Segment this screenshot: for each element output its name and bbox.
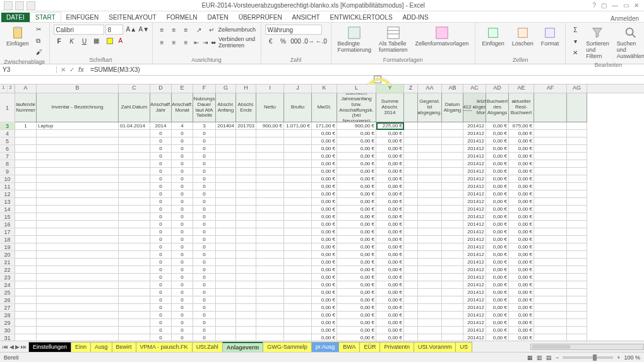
cell[interactable]: [216, 130, 236, 137]
cell[interactable]: [216, 251, 236, 259]
cell[interactable]: [37, 319, 119, 327]
cell[interactable]: 0,00 €: [486, 228, 509, 236]
cell[interactable]: 0,00 €: [312, 327, 337, 334]
cell[interactable]: 0,00 €: [376, 319, 404, 327]
cell[interactable]: [284, 319, 312, 327]
cell[interactable]: [216, 281, 236, 289]
italic-icon[interactable]: K: [66, 36, 78, 46]
cell[interactable]: [534, 160, 567, 168]
cell[interactable]: 0: [150, 319, 172, 327]
sheet-nav-prev-icon[interactable]: ◀: [9, 344, 14, 350]
cell[interactable]: 0: [193, 160, 216, 168]
cell[interactable]: 0,00 €: [486, 319, 509, 327]
cell[interactable]: [442, 198, 463, 206]
cell[interactable]: 201412: [463, 137, 486, 145]
cell[interactable]: 0,00 €: [486, 198, 509, 206]
cell[interactable]: 0,00 €: [486, 259, 509, 266]
cell[interactable]: 0,00 €: [337, 198, 376, 206]
format-painter-icon[interactable]: 🖌: [34, 47, 45, 57]
cell[interactable]: [404, 312, 418, 319]
cell[interactable]: [236, 266, 256, 274]
cell[interactable]: [567, 190, 587, 198]
cell[interactable]: [15, 228, 37, 236]
cell[interactable]: [534, 168, 567, 175]
select-all-corner[interactable]: 12: [0, 85, 15, 93]
row-header[interactable]: 17: [0, 228, 15, 236]
cell[interactable]: [418, 236, 442, 243]
cell[interactable]: [256, 198, 284, 206]
col-header-AC[interactable]: AC: [463, 85, 486, 93]
cell[interactable]: [418, 266, 442, 274]
cell[interactable]: [119, 319, 150, 327]
cell[interactable]: [236, 296, 256, 304]
cell[interactable]: [567, 236, 587, 243]
cell[interactable]: 0,00 €: [337, 243, 376, 251]
cell[interactable]: [236, 183, 256, 190]
cell[interactable]: [567, 168, 587, 175]
cell[interactable]: [567, 153, 587, 160]
sheet-tab-bewirt[interactable]: Bewirt: [112, 342, 136, 352]
row-header[interactable]: 5: [0, 137, 15, 145]
row-header[interactable]: 30: [0, 327, 15, 334]
cell[interactable]: [534, 137, 567, 145]
cell[interactable]: 201412: [463, 122, 486, 130]
cell[interactable]: [534, 327, 567, 334]
cell[interactable]: 0,00 €: [376, 221, 404, 228]
cell[interactable]: [567, 327, 587, 334]
cell[interactable]: 0,00 €: [376, 168, 404, 175]
cell[interactable]: [442, 137, 463, 145]
cell[interactable]: 0,00 €: [486, 206, 509, 213]
cell[interactable]: 0: [193, 251, 216, 259]
cell[interactable]: 201412: [463, 334, 486, 341]
cell[interactable]: [442, 243, 463, 251]
cell[interactable]: [404, 137, 418, 145]
cell[interactable]: 201412: [463, 304, 486, 312]
cell[interactable]: [256, 251, 284, 259]
cell[interactable]: [216, 190, 236, 198]
cell[interactable]: 0: [193, 137, 216, 145]
cell[interactable]: [534, 304, 567, 312]
cell[interactable]: [216, 175, 236, 183]
cell[interactable]: [567, 198, 587, 206]
cell[interactable]: 0: [172, 130, 193, 137]
cell[interactable]: 0,00 €: [376, 183, 404, 190]
cell[interactable]: [216, 289, 236, 296]
cell[interactable]: 0,00 €: [509, 130, 534, 137]
fill-color-icon[interactable]: [104, 36, 116, 46]
cell[interactable]: [284, 334, 312, 341]
row-header[interactable]: 14: [0, 206, 15, 213]
font-size-combo[interactable]: 8: [105, 25, 123, 35]
cell[interactable]: 0: [150, 228, 172, 236]
cell[interactable]: [284, 304, 312, 312]
cell[interactable]: 0: [150, 251, 172, 259]
cell[interactable]: 0: [193, 327, 216, 334]
cell[interactable]: 0: [193, 168, 216, 175]
cell[interactable]: [236, 327, 256, 334]
cell[interactable]: 0,00 €: [337, 312, 376, 319]
cell[interactable]: [216, 274, 236, 281]
cell[interactable]: 0,00 €: [337, 327, 376, 334]
cell[interactable]: [534, 334, 567, 341]
cell[interactable]: [404, 130, 418, 137]
cell[interactable]: 0: [150, 190, 172, 198]
cell[interactable]: [567, 160, 587, 168]
cell[interactable]: [119, 130, 150, 137]
cell[interactable]: [442, 319, 463, 327]
cell[interactable]: [119, 236, 150, 243]
cell[interactable]: 0,00 €: [486, 289, 509, 296]
cell[interactable]: 201412: [463, 312, 486, 319]
cell[interactable]: 0: [172, 259, 193, 266]
cell[interactable]: [284, 130, 312, 137]
align-right-icon[interactable]: ≡: [181, 37, 192, 47]
cell[interactable]: [119, 327, 150, 334]
cell[interactable]: [442, 160, 463, 168]
cell[interactable]: 0,00 €: [312, 274, 337, 281]
cell[interactable]: [236, 153, 256, 160]
cell[interactable]: 0: [172, 319, 193, 327]
cell[interactable]: 0,00 €: [509, 228, 534, 236]
cell[interactable]: 0,00 €: [376, 130, 404, 137]
cell[interactable]: 0,00 €: [312, 153, 337, 160]
cell[interactable]: [236, 259, 256, 266]
cell[interactable]: [284, 221, 312, 228]
cell[interactable]: 201412: [463, 236, 486, 243]
